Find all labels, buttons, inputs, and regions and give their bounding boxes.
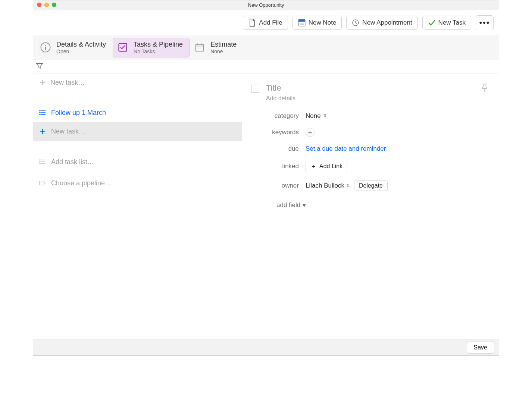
svg-rect-1 <box>298 19 305 22</box>
due-link[interactable]: Set a due date and reminder <box>306 145 488 153</box>
note-icon <box>298 19 306 26</box>
checkmark-icon <box>428 19 435 26</box>
filter-bar <box>33 60 499 73</box>
window-traffic-lights <box>37 3 56 7</box>
main-split: New task… Follow up 1 March <box>33 73 499 339</box>
task-subtitle-placeholder[interactable]: Add details <box>266 95 474 102</box>
tab-tasks-pipeline[interactable]: Tasks & Pipeline No Tasks <box>113 38 190 57</box>
chevron-updown-icon: ⇅ <box>347 183 349 188</box>
task-title-placeholder[interactable]: Title <box>266 83 474 93</box>
add-keyword-button[interactable] <box>306 128 314 137</box>
task-detail-pane: Title Add details category None ⇅ keywor… <box>242 73 499 339</box>
new-task-label: New Task <box>438 19 466 26</box>
svg-point-7 <box>45 45 46 46</box>
category-select[interactable]: None ⇅ <box>306 112 488 120</box>
add-task-list-row[interactable]: Add task list… <box>33 153 242 171</box>
window-title: New Opportunity <box>248 2 284 8</box>
linked-label: linked <box>251 163 299 170</box>
svg-point-15 <box>40 110 40 111</box>
new-task-button[interactable]: New Task <box>422 16 471 30</box>
delegate-label: Delegate <box>359 182 383 189</box>
close-icon[interactable] <box>37 3 41 7</box>
more-actions-button[interactable]: ••• <box>476 15 494 30</box>
task-fields: category None ⇅ keywords due Set a due d… <box>251 112 488 191</box>
add-task-list-placeholder: Add task list… <box>51 158 94 166</box>
owner-value: Lilach Bullock <box>306 182 344 189</box>
filter-icon[interactable] <box>35 62 44 71</box>
add-field-button[interactable]: add field ▾ <box>276 201 306 209</box>
tab-details-label: Details & Activity <box>56 41 106 48</box>
svg-point-16 <box>40 112 40 113</box>
new-appointment-label: New Appointment <box>362 19 412 26</box>
chevron-down-icon: ▾ <box>303 201 306 209</box>
chevron-updown-icon: ⇅ <box>323 113 325 118</box>
svg-point-24 <box>40 161 40 162</box>
choose-pipeline-placeholder: Choose a pipeline… <box>51 179 112 187</box>
new-task-top-row[interactable]: New task… <box>33 73 242 92</box>
task-list-name: Follow up 1 March <box>51 109 106 117</box>
new-task-input-row[interactable] <box>33 122 242 141</box>
tag-icon <box>39 180 46 186</box>
tab-estimate[interactable]: Estimate None <box>190 38 243 57</box>
due-label: due <box>251 145 299 153</box>
minimize-icon[interactable] <box>44 3 49 7</box>
add-link-button[interactable]: ＋ Add Link <box>306 161 347 172</box>
category-value: None <box>306 112 321 120</box>
task-checkbox-icon <box>116 41 129 54</box>
new-note-label: New Note <box>309 19 337 26</box>
add-file-label: Add File <box>259 19 282 26</box>
add-file-button[interactable]: Add File <box>243 16 288 30</box>
new-task-input[interactable] <box>50 127 236 136</box>
file-icon <box>248 19 256 26</box>
new-appointment-button[interactable]: New Appointment <box>346 16 417 30</box>
new-note-button[interactable]: New Note <box>292 16 342 30</box>
task-list-header[interactable]: Follow up 1 March <box>33 104 242 122</box>
svg-point-23 <box>40 160 40 160</box>
task-complete-checkbox[interactable] <box>251 85 259 93</box>
save-button[interactable]: Save <box>467 342 494 354</box>
svg-rect-9 <box>196 44 204 51</box>
maximize-icon[interactable] <box>52 3 56 7</box>
add-field-label: add field <box>276 201 300 209</box>
new-task-top-placeholder: New task… <box>50 79 85 87</box>
plus-icon: ＋ <box>310 163 316 170</box>
opportunity-window: New Opportunity Add File New Note New Ap… <box>33 0 499 356</box>
list-icon <box>39 109 46 116</box>
footer-bar: Save <box>33 339 499 355</box>
owner-select[interactable]: Lilach Bullock ⇅ <box>306 182 349 189</box>
ellipsis-icon: ••• <box>479 18 490 28</box>
info-icon <box>39 41 52 54</box>
pin-icon[interactable] <box>481 83 488 93</box>
choose-pipeline-row[interactable]: Choose a pipeline… <box>33 174 242 192</box>
clock-icon <box>352 19 359 26</box>
delegate-button[interactable]: Delegate <box>354 180 388 191</box>
task-list-pane: New task… Follow up 1 March <box>33 73 242 339</box>
svg-point-25 <box>40 163 40 164</box>
estimate-icon <box>193 41 206 54</box>
tab-tasks-sub: No Tasks <box>134 48 183 54</box>
list-icon <box>39 158 46 165</box>
tab-estimate-sub: None <box>210 48 237 54</box>
plus-icon <box>39 79 46 86</box>
add-link-label: Add Link <box>319 163 342 170</box>
tab-estimate-label: Estimate <box>210 41 237 48</box>
tab-details-sub: Open <box>56 48 106 54</box>
plus-icon <box>39 128 46 135</box>
owner-label: owner <box>251 182 299 189</box>
svg-point-17 <box>40 114 40 115</box>
detail-header: Title Add details <box>251 83 488 102</box>
tab-details-activity[interactable]: Details & Activity Open <box>35 38 113 57</box>
toolbar: Add File New Note New Appointment New Ta… <box>33 10 499 35</box>
keywords-label: keywords <box>251 129 299 136</box>
section-tabs: Details & Activity Open Tasks & Pipeline… <box>33 35 499 60</box>
title-bar: New Opportunity <box>33 0 499 10</box>
tab-tasks-label: Tasks & Pipeline <box>134 41 183 48</box>
category-label: category <box>251 112 299 120</box>
